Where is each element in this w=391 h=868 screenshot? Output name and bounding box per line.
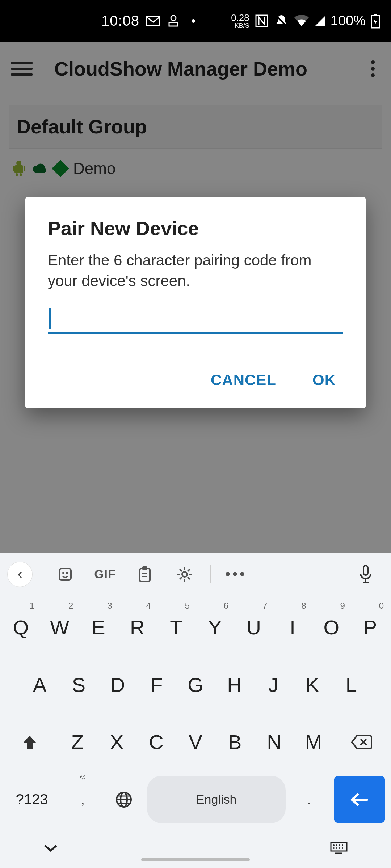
keyboard-more-icon[interactable]: ••• (218, 560, 254, 589)
system-nav-bar (0, 828, 391, 868)
key-d[interactable]: D (99, 656, 136, 714)
svg-rect-15 (140, 569, 150, 582)
pair-device-dialog: Pair New Device Enter the 6 character pa… (25, 197, 366, 408)
gmail-icon (146, 16, 160, 26)
key-m[interactable]: M (295, 714, 333, 771)
key-u[interactable]: 7U (235, 599, 272, 656)
key-e[interactable]: 3E (80, 599, 117, 656)
key-t[interactable]: 5T (157, 599, 195, 656)
comma-key[interactable]: ☺ , (63, 771, 102, 828)
svg-rect-26 (331, 842, 347, 851)
key-n[interactable]: N (255, 714, 293, 771)
ok-button[interactable]: OK (305, 366, 343, 394)
svg-rect-16 (142, 566, 147, 570)
svg-point-29 (339, 844, 340, 846)
key-y[interactable]: 6Y (196, 599, 234, 656)
backspace-key[interactable] (334, 714, 389, 771)
key-o[interactable]: 9O (313, 599, 350, 656)
nav-home-pill[interactable] (141, 858, 250, 861)
signal-icon (315, 16, 325, 26)
svg-point-32 (336, 847, 337, 849)
key-a[interactable]: A (21, 656, 59, 714)
separator (210, 565, 211, 583)
enter-key[interactable] (334, 776, 385, 823)
key-b[interactable]: B (216, 714, 254, 771)
key-j[interactable]: J (255, 656, 292, 714)
key-i[interactable]: 8I (274, 599, 311, 656)
status-time: 10:08 (101, 13, 139, 29)
svg-rect-20 (363, 566, 368, 575)
key-l[interactable]: L (332, 656, 370, 714)
key-c[interactable]: C (137, 714, 175, 771)
keyboard-row-3: ZXCVBNM (2, 714, 389, 771)
key-v[interactable]: V (177, 714, 215, 771)
svg-rect-5 (374, 14, 377, 16)
mic-icon[interactable] (348, 560, 384, 589)
language-key[interactable] (104, 771, 143, 828)
key-w[interactable]: 2W (41, 599, 78, 656)
svg-point-27 (333, 844, 335, 846)
pairing-code-input[interactable] (48, 306, 343, 334)
keyboard-row-1: 1Q2W3E4R5T6Y7U8I9O0P (2, 599, 389, 656)
notifications-off-icon (274, 14, 289, 28)
keyboard-row-2: ASDFGHJKL (2, 656, 389, 714)
svg-point-30 (342, 844, 343, 846)
app-update-icon (167, 14, 180, 27)
shift-key[interactable] (2, 714, 57, 771)
key-x[interactable]: X (98, 714, 136, 771)
svg-point-31 (333, 847, 335, 849)
battery-percent: 100% (331, 13, 366, 29)
key-q[interactable]: 1Q (2, 599, 39, 656)
status-bar: 10:08 0.28 KB/S 100% (0, 0, 391, 42)
dialog-body: Enter the 6 character pairing code from … (48, 250, 343, 291)
svg-point-14 (66, 572, 68, 574)
nav-keyboard-switch-icon[interactable] (330, 842, 348, 855)
dialog-title: Pair New Device (48, 217, 343, 239)
svg-rect-12 (59, 569, 71, 580)
keyboard-row-4: ?123 ☺ , English . (2, 771, 389, 828)
keyboard-back-icon[interactable]: ‹ (7, 562, 33, 587)
key-r[interactable]: 4R (119, 599, 156, 656)
keyboard-toolbar: ‹ GIF ••• (0, 553, 391, 595)
network-speed: 0.28 KB/S (231, 13, 249, 29)
key-f[interactable]: F (138, 656, 176, 714)
battery-icon (371, 13, 380, 29)
key-k[interactable]: K (294, 656, 331, 714)
nav-collapse-icon[interactable] (43, 843, 58, 853)
svg-point-28 (336, 844, 337, 846)
clipboard-icon[interactable] (127, 560, 163, 589)
space-key[interactable]: English (147, 776, 285, 823)
key-p[interactable]: 0P (352, 599, 389, 656)
key-z[interactable]: Z (58, 714, 96, 771)
period-key[interactable]: . (289, 771, 329, 828)
soft-keyboard: ‹ GIF ••• 1Q2W3E4R5T6Y7U8I9O0P ASDFGHJKL (0, 553, 391, 868)
nfc-icon (255, 14, 269, 28)
key-g[interactable]: G (177, 656, 214, 714)
dot-icon (192, 19, 195, 23)
settings-icon[interactable] (167, 560, 203, 589)
svg-point-19 (182, 572, 187, 577)
key-s[interactable]: S (60, 656, 98, 714)
gif-button[interactable]: GIF (87, 560, 123, 589)
cancel-button[interactable]: CANCEL (203, 366, 283, 394)
svg-point-33 (339, 847, 340, 849)
sticker-icon[interactable] (47, 560, 83, 589)
wifi-icon (294, 14, 310, 27)
key-h[interactable]: H (216, 656, 253, 714)
svg-point-34 (342, 847, 343, 849)
svg-point-0 (171, 16, 176, 21)
svg-rect-1 (169, 22, 178, 26)
symbols-key[interactable]: ?123 (2, 771, 62, 828)
emoji-icon: ☺ (79, 772, 87, 782)
svg-point-13 (62, 572, 64, 574)
